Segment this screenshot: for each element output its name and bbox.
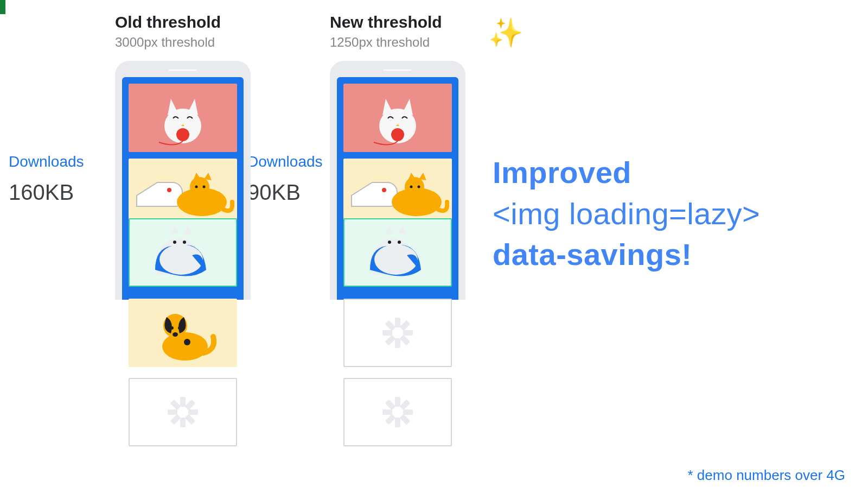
footnote: * demo numbers over 4G (688, 467, 845, 484)
headline-line-2: <img loading=lazy> (493, 193, 760, 235)
svg-point-5 (195, 186, 198, 188)
image-tile-placeholder (343, 299, 452, 367)
svg-point-6 (203, 186, 206, 188)
svg-point-10 (162, 332, 208, 361)
image-tile-cat-sneaker (129, 159, 237, 227)
old-downloads: Downloads 160KB (9, 153, 106, 205)
new-threshold-column: New threshold 1250px threshold (330, 13, 465, 446)
old-threshold-column: Old threshold 3000px threshold (115, 13, 251, 446)
downloads-value: 90KB (247, 180, 323, 205)
svg-point-18 (382, 188, 386, 192)
svg-point-20 (405, 177, 424, 197)
svg-point-14 (173, 332, 178, 337)
image-tile-dog (129, 299, 237, 367)
svg-point-24 (388, 241, 391, 244)
image-tile-cat-yarn (129, 84, 237, 152)
column-title: Old threshold (115, 13, 221, 31)
svg-point-2 (167, 188, 171, 192)
svg-point-25 (398, 241, 401, 244)
image-tile-placeholder (129, 378, 237, 446)
sparkle-icon: ✨ (488, 16, 524, 49)
crop-fade (0, 483, 868, 499)
image-tile-placeholder (343, 378, 452, 446)
phone-speaker (384, 70, 412, 71)
image-tile-cat-yarn (343, 84, 452, 152)
spinner-icon (168, 397, 198, 427)
svg-point-17 (391, 128, 404, 141)
column-title: New threshold (330, 13, 442, 31)
headline-line-1: Improved (493, 152, 760, 193)
svg-point-13 (178, 326, 181, 330)
headline: Improved <img loading=lazy> data-savings… (493, 152, 760, 275)
image-tile-cat-cape (129, 218, 237, 287)
svg-point-4 (190, 177, 209, 197)
image-tile-cat-cape (343, 218, 452, 287)
svg-point-1 (176, 128, 189, 141)
svg-point-22 (418, 186, 420, 188)
spinner-icon (382, 397, 413, 427)
image-tile-cat-sneaker (343, 159, 452, 227)
downloads-label: Downloads (9, 153, 106, 170)
svg-point-8 (173, 241, 176, 244)
spinner-icon (382, 318, 413, 348)
downloads-label: Downloads (247, 153, 323, 170)
svg-point-12 (170, 326, 174, 330)
svg-point-9 (183, 241, 186, 244)
headline-line-3: data-savings! (493, 234, 760, 275)
svg-point-21 (410, 186, 413, 188)
new-downloads: Downloads 90KB (247, 153, 323, 205)
svg-point-15 (184, 339, 190, 345)
phone-speaker (169, 70, 197, 71)
column-subtitle: 1250px threshold (330, 35, 430, 50)
downloads-value: 160KB (9, 180, 106, 205)
accent-stripe (0, 0, 5, 14)
column-subtitle: 3000px threshold (115, 35, 215, 50)
